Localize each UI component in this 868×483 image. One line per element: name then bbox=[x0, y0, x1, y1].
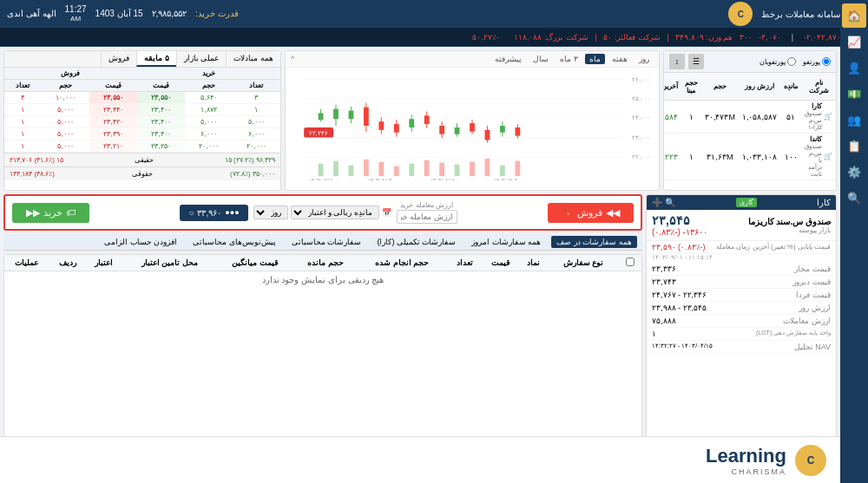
order-period-select[interactable]: روز bbox=[253, 206, 288, 219]
base-2: ۱ bbox=[681, 134, 701, 180]
orders-tab-drafts[interactable]: پیش‌نویس‌های محاسباتی bbox=[187, 236, 281, 248]
add-stock-icon[interactable]: ➕ bbox=[652, 198, 662, 207]
depth-row-1: ۳ ۵,۶۴۰ ۲۳,۵۵۰ ۲۳,۵۵۰ ۱۰,۰۰۰ ۳ bbox=[4, 92, 280, 104]
tab-day[interactable]: روز bbox=[635, 54, 654, 64]
ob-tab-all[interactable]: همه مبادلات bbox=[226, 51, 280, 67]
sell-header: فروش bbox=[4, 68, 137, 80]
power-value: ۲,۹۸۵,۵۵۲ bbox=[152, 9, 187, 18]
sidebar-icon-group[interactable]: 👥 bbox=[842, 108, 866, 132]
detail-row-tomorrow: قیمت فردا ۲۲,۳۴۶ - ۲۴,۷۶۷ bbox=[647, 289, 836, 302]
detail-tomorrow: ۲۲,۳۴۶ - ۲۴,۷۶۷ bbox=[652, 290, 707, 299]
right-sidebar: 🏠 📈 👤 💵 👥 📋 ⚙️ 🔍 bbox=[840, 0, 868, 483]
tab-advanced[interactable]: پیشرفته bbox=[490, 54, 526, 64]
tab-month[interactable]: ماه bbox=[585, 54, 605, 64]
order-condition-select[interactable]: ماندِه ریالی و اعتبار bbox=[291, 206, 379, 219]
orderbook-tabs: همه مبادلات عملی بازار ۵ مابقه فروش bbox=[4, 51, 280, 68]
col-buy-vol: حجم bbox=[185, 80, 233, 92]
filter-icon[interactable]: ☰ bbox=[688, 54, 704, 69]
symbol-1: 🛒 کارا صندوق س،م کارا-۱ bbox=[801, 101, 836, 134]
sidebar-icon-search[interactable]: 🔍 bbox=[842, 186, 866, 210]
detail-row-open: قیمت مجاز ۲۳,۳۳۶ bbox=[647, 263, 836, 276]
sidebar-icon-chart[interactable]: 📈 bbox=[842, 29, 866, 54]
svg-rect-48 bbox=[439, 163, 444, 177]
candlestick-chart: ۲۶,۰۰۰ ۲۵,۰۰۰ ۲۴,۰۰۰ ۲۳,۰۰۰ ۲۲,۰۰۰ bbox=[289, 71, 655, 180]
bottom-bar: C Learning CHARISMA bbox=[0, 436, 840, 483]
chart-period-tabs: روز هفته ماه ۳ ماه سال پیشرفته bbox=[490, 54, 654, 64]
orders-col-action: عملیات bbox=[4, 255, 49, 271]
watchlist-panel: پورتفو پورتفوبان ☰ ↕ نام شرکت bbox=[663, 50, 837, 191]
col-base: حجم مبنا bbox=[681, 73, 701, 101]
svg-rect-46 bbox=[409, 164, 414, 177]
navbar-user[interactable]: الهه آهی اندی bbox=[7, 9, 56, 18]
stock-name-row: صندوق س.سند کاریزما بازار پیوسته ۲۳,۵۴۵ … bbox=[647, 210, 836, 241]
col-value: ارزش روز bbox=[739, 73, 780, 101]
col-buy-count: تعداد bbox=[233, 80, 280, 92]
portfolio-toggle: پورتفو پورتفوبان bbox=[760, 57, 831, 66]
detail-row-nav: NAV تحلیل ۱۴۰۳/۰۴/۱۵ - ۱۴:۳۲:۲۷ bbox=[647, 341, 836, 354]
portfolio-radio-2[interactable]: پورتفوبان bbox=[760, 57, 796, 66]
portfolio-radio-1[interactable]: پورتفو bbox=[803, 57, 831, 66]
svg-rect-19 bbox=[378, 121, 384, 130]
svg-rect-27 bbox=[439, 126, 444, 134]
depth-row-5: ۲۰,۰۰۰ ۲۰,۰۰۰ ۲۳,۲۵۰ ۲۳,۲۱۰ ۵,۰۰۰ ۱ bbox=[4, 140, 280, 153]
svg-rect-15 bbox=[349, 111, 354, 120]
svg-text:۲۲,۰۰۰: ۲۲,۰۰۰ bbox=[632, 153, 651, 160]
sort-icon[interactable]: ↕ bbox=[669, 54, 685, 69]
buy-header: خرید bbox=[137, 68, 280, 80]
detail-row-lot: واحد پایه سفارش دهی (LOT) ۱ bbox=[647, 328, 836, 341]
qty-1: ۵۱ bbox=[780, 101, 801, 134]
all-orders-bar: همه سفارشات در صف همه سفارشات امروز سفار… bbox=[3, 234, 642, 251]
svg-rect-51 bbox=[485, 159, 490, 176]
stock-tag: گاری bbox=[736, 198, 757, 207]
orders-table: نوع سفارش نماد قیمت تعداد حجم انجام شده … bbox=[4, 255, 641, 288]
svg-text:۲۵,۰۰۰: ۲۵,۰۰۰ bbox=[632, 95, 651, 101]
detail-nav: ۱۴۰۳/۰۴/۱۵ - ۱۴:۳۲:۲۷ bbox=[652, 343, 713, 351]
tab-year[interactable]: سال bbox=[529, 54, 553, 64]
last-2: ۱۰,۲۲۳ bbox=[664, 134, 681, 180]
orders-tab-today[interactable]: همه سفارشات امروز bbox=[466, 236, 546, 248]
sidebar-icon-user[interactable]: 👤 bbox=[842, 55, 866, 80]
depth-summary-legal: ۹۶,۳۲۹ (۲۷.۲٪) ۱۵ حقیقی ۱۵ (۳۱.۶٪) ۲۱۳,۷… bbox=[4, 153, 280, 166]
ob-tab-5[interactable]: ۵ مابقه bbox=[136, 51, 176, 67]
sidebar-icon-orders[interactable]: 📋 bbox=[842, 134, 866, 158]
sidebar-icon-home[interactable]: 🏠 bbox=[842, 3, 866, 28]
select-all-orders[interactable] bbox=[626, 258, 635, 266]
depth-table: خرید فروش تعداد حجم قیمت قیمت حجم تعداد … bbox=[4, 68, 280, 153]
watchlist-row-1[interactable]: 🛒 کارا صندوق س،م کارا-۱ ۵۱ ۱,۰۵۸,۵۸۷ ۳۰,… bbox=[664, 101, 836, 134]
order-value-input[interactable] bbox=[397, 210, 457, 224]
svg-rect-31 bbox=[470, 123, 475, 132]
tab-week[interactable]: هفته bbox=[608, 54, 632, 64]
detail-row-today-value: ارزش روز ۲۳,۵۴۵ - ۲۳,۹۸۸ bbox=[647, 302, 836, 315]
svg-text:۲۴,۰۰۰: ۲۴,۰۰۰ bbox=[632, 114, 651, 121]
order-fields: ارزش معامله خرید 📅 ماندِه ریالی و اعتبار… bbox=[180, 201, 457, 224]
search-stock-icon[interactable]: 🔍 bbox=[665, 198, 675, 207]
sidebar-icon-settings[interactable]: ⚙️ bbox=[842, 160, 866, 184]
svg-rect-21 bbox=[394, 124, 399, 133]
orders-tab-kara[interactable]: سفارشات تکمیلی (کارا) bbox=[372, 236, 461, 248]
orders-col-checkbox bbox=[618, 255, 641, 271]
navbar-title: سامانه معاملات برخط bbox=[761, 10, 840, 19]
buy-button[interactable]: 🏷 خرید ▶▶ bbox=[12, 203, 89, 223]
svg-text:۱۴۰۳/۰۸/۱۸: ۱۴۰۳/۰۸/۱۸ bbox=[431, 178, 455, 180]
orders-col-count: تعداد bbox=[447, 255, 482, 271]
ob-tab-sell[interactable]: فروش bbox=[101, 51, 136, 67]
watchlist-row-2[interactable]: 🛒 کاندا صندوق س،م با درآمد ثابت ۱۰۰ ۱,۰۳… bbox=[664, 134, 836, 180]
sidebar-icon-money[interactable]: 💵 bbox=[842, 82, 866, 106]
base-1: ۱ bbox=[681, 101, 701, 134]
sell-button[interactable]: ◀◀ فروش 🔖 bbox=[548, 203, 634, 223]
detail-today-value: ۲۳,۵۴۵ - ۲۳,۹۸۸ bbox=[652, 304, 707, 312]
tab-3month[interactable]: ۳ ماه bbox=[556, 54, 582, 64]
chart-controls: ^ bbox=[291, 55, 294, 63]
orders-tab-queue[interactable]: همه سفارشات در صف bbox=[551, 236, 637, 248]
ticker-value-1: ۲,۰۴۲,۸۷۰- bbox=[804, 33, 841, 42]
vol-1: ۳۰,۴۷۳M bbox=[701, 101, 739, 134]
orders-tab-calc[interactable]: سفارشات محاسباتی bbox=[286, 236, 367, 248]
ob-tab-market[interactable]: عملی بازار bbox=[176, 51, 227, 67]
orders-col-avg-price: قیمت میانگین bbox=[216, 255, 293, 271]
depth-row-4: ۶,۰۰۰ ۶,۰۰۰ ۲۳,۳۰۰ ۲۳,۳۹۰ ۵,۰۰۰ ۱ bbox=[4, 128, 280, 140]
stock-full-name: صندوق س.سند کاریزما bbox=[748, 217, 831, 226]
svg-rect-52 bbox=[500, 166, 505, 177]
calendar-icon: 📅 bbox=[382, 208, 391, 217]
orders-tab-account[interactable]: افزودن حساب الزامی bbox=[99, 236, 182, 248]
top-area: پورتفو پورتفوبان ☰ ↕ نام شرکت bbox=[0, 47, 840, 194]
